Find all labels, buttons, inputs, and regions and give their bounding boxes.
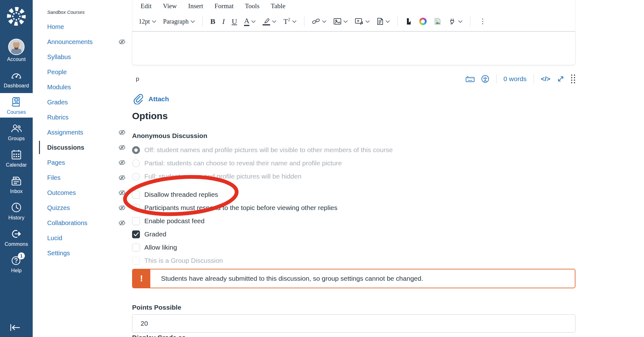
toolbar-divider bbox=[304, 16, 304, 27]
checkbox-allow-liking[interactable]: Allow liking bbox=[132, 241, 337, 254]
fullscreen-button[interactable] bbox=[557, 75, 565, 83]
text-color-button[interactable]: A bbox=[242, 16, 258, 27]
sidebar-item-dashboard[interactable]: Dashboard bbox=[0, 67, 33, 91]
course-nav-item-syllabus[interactable]: Syllabus bbox=[47, 49, 126, 64]
sidebar-item-label: Groups bbox=[8, 136, 25, 141]
document-icon bbox=[377, 18, 384, 25]
options-heading: Options bbox=[132, 111, 168, 121]
menu-tools[interactable]: Tools bbox=[245, 2, 259, 10]
sidebar-item-history[interactable]: History bbox=[0, 199, 33, 223]
warning-message: Students have already submitted to this … bbox=[150, 269, 423, 288]
highlight-color-button[interactable] bbox=[261, 16, 278, 27]
radio-anonymous-partial[interactable]: Partial: students can choose to reveal t… bbox=[132, 157, 393, 170]
apps-plugin-button[interactable] bbox=[446, 16, 464, 27]
hidden-eye-icon bbox=[118, 219, 126, 227]
media-button[interactable] bbox=[353, 17, 372, 26]
radio-anonymous-full[interactable]: Full: student names and profile pictures… bbox=[132, 170, 393, 183]
checkbox bbox=[132, 244, 140, 251]
more-toolbar-options-button[interactable]: ⋮ bbox=[476, 17, 490, 25]
sidebar-item-groups[interactable]: Groups bbox=[0, 119, 33, 144]
help-badge: 1 bbox=[18, 252, 25, 259]
course-nav-item-settings[interactable]: Settings bbox=[47, 246, 126, 261]
chevron-down-icon bbox=[272, 20, 276, 23]
sidebar-item-label: Help bbox=[11, 268, 22, 273]
chevron-down-icon bbox=[152, 20, 156, 23]
toolbar-divider bbox=[203, 16, 203, 27]
groups-icon bbox=[10, 122, 22, 134]
course-nav-item-lucid[interactable]: Lucid bbox=[47, 230, 126, 246]
courses-icon bbox=[10, 96, 22, 108]
global-navigation: Account Dashboard Courses bbox=[0, 0, 33, 337]
menu-format[interactable]: Format bbox=[214, 2, 234, 10]
course-nav-item-rubrics[interactable]: Rubrics bbox=[47, 110, 126, 125]
chevron-down-icon bbox=[191, 20, 195, 23]
course-nav-item-announcements[interactable]: Announcements bbox=[47, 34, 126, 49]
canvas-logo[interactable] bbox=[4, 4, 28, 29]
html-editor-button[interactable]: </> bbox=[541, 75, 550, 83]
sidebar-item-label: Inbox bbox=[10, 189, 23, 194]
editor-text-area[interactable] bbox=[132, 31, 575, 65]
attach-label: Attach bbox=[148, 95, 169, 103]
image-document-app-button[interactable] bbox=[432, 16, 443, 26]
superscript-button[interactable]: T2 bbox=[281, 16, 298, 26]
attach-button[interactable]: Attach bbox=[132, 94, 169, 104]
app-swirl-button[interactable] bbox=[417, 16, 429, 26]
sidebar-item-calendar[interactable]: Calendar bbox=[0, 146, 33, 170]
accessibility-checker-button[interactable] bbox=[481, 75, 489, 83]
sidebar-item-inbox[interactable]: Inbox bbox=[0, 172, 33, 197]
link-icon bbox=[312, 18, 320, 25]
italic-button[interactable]: I bbox=[220, 16, 227, 26]
menu-insert[interactable]: Insert bbox=[188, 2, 203, 10]
course-nav-item-outcomes[interactable]: Outcomes bbox=[47, 185, 126, 200]
checkbox-must-respond-before-viewing[interactable]: Participants must respond to the topic b… bbox=[132, 201, 337, 214]
font-size-dropdown[interactable]: 12pt bbox=[137, 17, 158, 26]
paragraph-format-dropdown[interactable]: Paragraph bbox=[161, 17, 197, 26]
course-nav-item-assignments[interactable]: Assignments bbox=[47, 125, 126, 140]
points-possible-input[interactable] bbox=[132, 314, 575, 333]
underline-button[interactable]: U bbox=[230, 16, 239, 26]
checkbox bbox=[132, 257, 140, 265]
sidebar-item-label: History bbox=[8, 215, 24, 221]
lucid-app-button[interactable] bbox=[403, 16, 414, 26]
menu-table[interactable]: Table bbox=[271, 2, 285, 10]
sidebar-item-commons[interactable]: Commons bbox=[0, 225, 33, 250]
image-button[interactable] bbox=[331, 17, 350, 26]
expand-icon bbox=[557, 75, 565, 83]
anonymous-discussion-heading: Anonymous Discussion bbox=[132, 132, 207, 140]
chevron-down-icon bbox=[251, 20, 256, 23]
radio-anonymous-off[interactable]: Off: student names and profile pictures … bbox=[132, 143, 393, 157]
avatar bbox=[8, 39, 25, 55]
document-button[interactable] bbox=[375, 16, 392, 26]
checkbox-disallow-threaded-replies[interactable]: Disallow threaded replies bbox=[132, 188, 337, 201]
course-nav-item-modules[interactable]: Modules bbox=[47, 80, 126, 95]
collapse-global-nav-button[interactable] bbox=[8, 323, 22, 333]
sidebar-item-account[interactable]: Account bbox=[0, 36, 33, 65]
keyboard-shortcuts-button[interactable] bbox=[465, 75, 475, 83]
points-possible-label: Points Possible bbox=[132, 304, 181, 311]
course-nav-item-grades[interactable]: Grades bbox=[47, 95, 126, 110]
checkbox-checked bbox=[132, 230, 140, 238]
link-button[interactable] bbox=[310, 17, 328, 26]
course-nav-item-home[interactable]: Home bbox=[47, 19, 126, 34]
course-nav-item-collaborations[interactable]: Collaborations bbox=[47, 215, 126, 230]
course-nav-item-quizzes[interactable]: Quizzes bbox=[47, 200, 126, 215]
hidden-eye-icon bbox=[118, 144, 126, 151]
course-nav-item-pages[interactable]: Pages bbox=[47, 155, 126, 170]
sidebar-item-courses[interactable]: Courses bbox=[0, 93, 33, 118]
course-nav-item-files[interactable]: Files bbox=[47, 170, 126, 185]
hidden-eye-icon bbox=[118, 189, 126, 196]
sidebar-item-help[interactable]: 1 Help bbox=[0, 251, 33, 276]
menu-edit[interactable]: Edit bbox=[141, 2, 152, 10]
chevron-down-icon bbox=[365, 20, 370, 23]
course-nav-item-discussions[interactable]: Discussions bbox=[47, 140, 126, 155]
hidden-eye-icon bbox=[118, 204, 126, 212]
discussion-options-checkboxes: Disallow threaded replies Participants m… bbox=[132, 188, 337, 267]
bold-button[interactable]: B bbox=[208, 16, 217, 26]
menu-view[interactable]: View bbox=[163, 2, 177, 10]
checkbox-enable-podcast-feed[interactable]: Enable podcast feed bbox=[132, 214, 337, 228]
resize-handle[interactable] bbox=[571, 75, 575, 83]
chevron-down-icon bbox=[322, 20, 326, 23]
course-nav-item-people[interactable]: People bbox=[47, 64, 126, 80]
checkbox-graded[interactable]: Graded bbox=[132, 228, 337, 241]
toolbar-divider bbox=[470, 16, 470, 27]
